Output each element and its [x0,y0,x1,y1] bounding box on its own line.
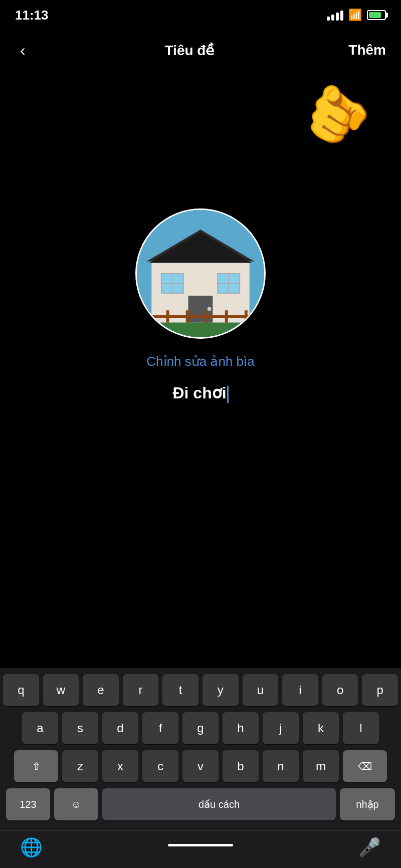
status-icons: 📶 [327,9,386,22]
key-j[interactable]: j [263,712,299,744]
home-indicator [168,844,233,846]
key-g[interactable]: g [182,712,219,744]
svg-rect-12 [137,323,264,337]
key-q[interactable]: q [3,674,39,706]
battery-fill [369,12,381,18]
key-u[interactable]: u [243,674,279,706]
status-bar: 11:13 📶 [0,0,401,30]
key-m[interactable]: m [303,750,339,782]
title-text-value: Đi chơi [172,384,226,402]
nav-title: Tiêu đề [165,42,215,59]
emoji-key[interactable]: ☺ [54,788,98,820]
key-f[interactable]: f [142,712,178,744]
svg-rect-18 [225,310,228,322]
keyboard-row-4: 123 ☺ dấu cách Nhập [3,788,398,820]
edit-cover-button[interactable]: Chỉnh sửa ảnh bìa [146,354,254,369]
key-z[interactable]: z [62,750,98,782]
key-d[interactable]: d [102,712,138,744]
enter-key[interactable]: Nhập [340,788,395,820]
key-c[interactable]: c [142,750,178,782]
key-i[interactable]: i [282,674,318,706]
key-l[interactable]: l [343,712,379,744]
title-input[interactable]: Đi chơi [172,383,228,403]
space-key[interactable]: dấu cách [102,788,336,820]
signal-icon [327,10,343,21]
keyboard: q w e r t y u i o p a s d f g h j k l ⇧ … [0,668,401,868]
key-t[interactable]: t [162,674,198,706]
key-r[interactable]: r [123,674,159,706]
battery-icon [367,10,386,20]
svg-rect-14 [147,310,150,322]
keyboard-row-2: a s d f g h j k l [3,712,398,744]
globe-icon[interactable]: 🌐 [20,837,43,858]
delete-key[interactable]: ⌫ [343,750,387,782]
key-a[interactable]: a [22,712,58,744]
svg-rect-17 [206,310,209,322]
back-button[interactable]: ‹ [15,36,31,65]
key-h[interactable]: h [223,712,259,744]
svg-rect-15 [166,310,169,322]
profile-circle-container [135,208,266,339]
text-cursor [227,386,229,403]
keyboard-row-1: q w e r t y u i o p [3,674,398,706]
mic-icon[interactable]: 🎤 [358,837,381,858]
cover-image-inner [137,210,264,337]
cover-image[interactable] [135,208,266,339]
key-v[interactable]: v [182,750,219,782]
key-n[interactable]: n [263,750,299,782]
keyboard-rows: q w e r t y u i o p a s d f g h j k l ⇧ … [0,668,401,828]
key-p[interactable]: p [362,674,398,706]
svg-rect-16 [186,310,189,322]
hand-sticker[interactable]: 🫵 [296,77,377,148]
key-x[interactable]: x [102,750,138,782]
key-e[interactable]: e [83,674,119,706]
svg-rect-19 [245,310,248,322]
key-s[interactable]: s [62,712,98,744]
key-k[interactable]: k [303,712,339,744]
keyboard-toolbar: 🌐 🎤 [0,830,401,868]
key-o[interactable]: o [322,674,358,706]
numbers-key[interactable]: 123 [6,788,50,820]
them-button[interactable]: Thêm [348,42,386,58]
key-b[interactable]: b [223,750,259,782]
wifi-icon: 📶 [348,9,362,22]
svg-point-11 [208,307,212,311]
content-area: 🫵 [0,70,401,531]
key-w[interactable]: w [43,674,79,706]
nav-bar: ‹ Tiêu đề Thêm [0,30,401,70]
status-time: 11:13 [15,8,49,23]
keyboard-row-3: ⇧ z x c v b n m ⌫ [3,750,398,782]
key-y[interactable]: y [203,674,239,706]
shift-key[interactable]: ⇧ [14,750,58,782]
